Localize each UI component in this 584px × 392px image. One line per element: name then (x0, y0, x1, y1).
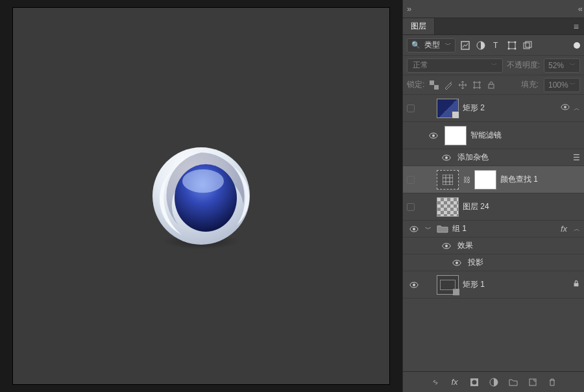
type-filter-dropdown[interactable]: 🔍 类型 ﹀ (407, 38, 456, 53)
svg-point-23 (445, 156, 448, 159)
svg-point-26 (413, 228, 415, 230)
filter-toggle-icon[interactable] (574, 42, 580, 49)
layer-row-selected[interactable]: ⛓ 颜色查找 1 (403, 166, 584, 193)
new-group-icon[interactable] (508, 377, 518, 387)
layer-name[interactable]: 添加杂色 (457, 152, 569, 163)
filter-smartobject-icon[interactable] (522, 40, 533, 51)
lock-all-icon[interactable] (487, 80, 496, 90)
visibility-toggle[interactable] (407, 226, 421, 232)
lock-artboard-icon[interactable] (472, 80, 481, 90)
type-filter-label: 类型 (424, 40, 440, 51)
chevron-down-icon: ﹀ (570, 80, 576, 89)
fill-value: 100% (548, 80, 568, 90)
layer-row[interactable]: 矩形 2 ︿ (403, 95, 584, 122)
layer-name[interactable]: 组 1 (452, 223, 557, 234)
svg-rect-13 (526, 42, 531, 47)
mask-thumbnail[interactable] (474, 170, 496, 190)
layer-name[interactable]: 图层 24 (463, 201, 580, 212)
collapse-left-icon: » (407, 4, 409, 14)
expand-toggle[interactable]: ﹀ (425, 225, 433, 234)
svg-rect-12 (524, 43, 529, 49)
blend-mode-dropdown[interactable]: 正常 ﹀ (407, 58, 503, 73)
svg-rect-17 (489, 84, 494, 88)
visibility-toggle[interactable] (426, 132, 441, 139)
panel-menu-icon[interactable]: ≡ (568, 21, 584, 32)
delete-layer-icon[interactable] (547, 377, 557, 387)
effect-item-row[interactable]: 投影 (403, 254, 584, 271)
filter-pixel-icon[interactable] (459, 40, 471, 51)
fill-label: 填充: (521, 79, 539, 90)
svg-text:T: T (493, 41, 498, 50)
c4d-logo (146, 141, 256, 251)
svg-point-10 (508, 47, 510, 49)
panel-collapse-bar[interactable]: » « (403, 0, 584, 18)
layers-tab-label: 图层 (411, 21, 426, 32)
filter-mask-thumbnail[interactable] (444, 126, 467, 145)
blend-mode-label: 正常 (413, 60, 428, 71)
expand-up-icon[interactable]: ︿ (574, 104, 580, 113)
smart-filter-row[interactable]: 智能滤镜 (403, 122, 584, 149)
svg-point-8 (508, 41, 510, 43)
layer-list: 矩形 2 ︿ 智能滤镜 添加杂色 ☰ ⛓ 颜色查找 1 (403, 95, 584, 371)
search-icon: 🔍 (411, 41, 420, 49)
lock-position-icon[interactable] (458, 80, 467, 90)
new-adjustment-icon[interactable] (489, 377, 499, 387)
new-layer-icon[interactable] (528, 377, 538, 387)
layer-actions-bar: fx (403, 371, 584, 392)
layer-thumbnail[interactable] (437, 197, 459, 217)
svg-point-21 (432, 134, 435, 137)
visibility-toggle[interactable] (407, 282, 421, 288)
lock-pixels-icon[interactable] (444, 80, 453, 90)
svg-point-11 (515, 47, 517, 49)
svg-rect-24 (443, 175, 453, 185)
chevron-down-icon: ﹀ (491, 61, 497, 69)
opacity-input[interactable]: 52% ﹀ (544, 58, 580, 73)
checkbox[interactable] (407, 203, 415, 211)
filter-row: 🔍 类型 ﹀ T (403, 35, 584, 56)
layer-thumbnail[interactable] (437, 275, 459, 295)
layer-name[interactable]: 投影 (468, 257, 580, 268)
link-layers-icon[interactable] (430, 377, 441, 387)
lock-transparency-icon[interactable] (430, 80, 439, 90)
fx-badge[interactable]: fx (561, 224, 567, 234)
filter-options-icon[interactable]: ☰ (573, 153, 580, 162)
adjustment-thumbnail[interactable] (437, 170, 459, 190)
checkbox[interactable] (407, 176, 415, 184)
layers-panel: » « 图层 ≡ 🔍 类型 ﹀ T 正常 ﹀ 不透明度: 52% ﹀ 锁定: (402, 0, 584, 392)
layer-row[interactable]: 矩形 1 (403, 271, 584, 299)
canvas-area[interactable] (0, 0, 402, 392)
lock-icon[interactable] (572, 280, 580, 289)
layers-tab[interactable]: 图层 (403, 18, 435, 34)
svg-rect-7 (509, 42, 515, 49)
filter-shape-icon[interactable] (506, 40, 518, 51)
layer-name[interactable]: 矩形 1 (463, 279, 568, 290)
visibility-toggle[interactable] (439, 154, 454, 161)
layer-row[interactable]: 图层 24 (403, 193, 584, 221)
layer-name[interactable]: 颜色查找 1 (500, 174, 580, 185)
add-mask-icon[interactable] (469, 377, 480, 387)
visibility-toggle[interactable] (439, 243, 454, 249)
layer-thumbnail[interactable] (437, 99, 459, 118)
folder-icon (437, 225, 448, 234)
layer-style-icon[interactable]: fx (450, 377, 460, 387)
link-icon[interactable]: ⛓ (463, 176, 470, 184)
checkbox[interactable] (407, 104, 415, 112)
filter-item-row[interactable]: 添加杂色 ☰ (403, 149, 584, 166)
svg-rect-15 (434, 85, 439, 90)
expand-up-icon[interactable]: ︿ (574, 225, 580, 234)
layer-name[interactable]: 矩形 2 (463, 103, 557, 114)
fill-input[interactable]: 100% ﹀ (544, 78, 580, 92)
filter-adjustment-icon[interactable] (475, 40, 487, 51)
chevron-down-icon: ﹀ (570, 61, 576, 69)
blend-row: 正常 ﹀ 不透明度: 52% ﹀ (403, 56, 584, 75)
visibility-toggle[interactable] (450, 260, 464, 266)
svg-rect-33 (574, 283, 579, 286)
group-row[interactable]: ﹀ 组 1 fx ︿ (403, 221, 584, 238)
filter-type-icon[interactable]: T (491, 40, 502, 51)
svg-point-28 (445, 245, 448, 247)
opacity-label: 不透明度: (507, 60, 540, 71)
panel-tabs: 图层 ≡ (403, 18, 584, 35)
opacity-value: 52% (548, 61, 564, 70)
effects-row[interactable]: 效果 (403, 238, 584, 254)
smart-filter-visibility-icon[interactable] (561, 103, 570, 114)
